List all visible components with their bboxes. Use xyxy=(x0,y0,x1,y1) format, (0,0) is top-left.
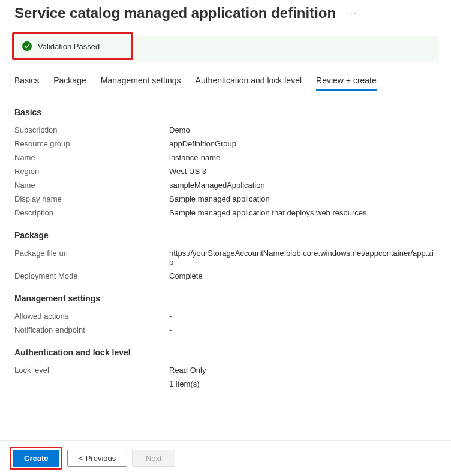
next-button: Next xyxy=(132,450,175,467)
field-label: Name xyxy=(14,153,169,162)
section-title-auth: Authentication and lock level xyxy=(14,348,437,357)
page-header: Service catalog managed application defi… xyxy=(0,0,451,22)
field-value: appDefinitionGroup xyxy=(169,139,236,148)
summary-row: Display nameSample managed application xyxy=(14,192,437,206)
page-title: Service catalog managed application defi… xyxy=(14,5,336,22)
summary-row: DescriptionSample managed application th… xyxy=(14,206,437,220)
field-value: Sample managed application xyxy=(169,194,270,203)
field-label: Region xyxy=(14,167,169,176)
field-label: Description xyxy=(14,208,169,217)
field-value: - xyxy=(169,312,172,321)
summary-row: Package file urihttps://yourStorageAccou… xyxy=(14,246,437,269)
more-actions-icon[interactable]: ··· xyxy=(347,8,357,18)
field-label: Package file uri xyxy=(14,249,169,267)
summary-row: Allowed actions- xyxy=(14,309,437,323)
tab-management-settings[interactable]: Management settings xyxy=(101,76,181,91)
tab-basics[interactable]: Basics xyxy=(14,76,39,91)
field-value: West US 3 xyxy=(169,167,206,176)
tab-review-create[interactable]: Review + create xyxy=(316,76,377,91)
field-label: Resource group xyxy=(14,139,169,148)
field-value: https://yourStorageAccountName.blob.core… xyxy=(169,249,437,267)
field-label: Name xyxy=(14,181,169,190)
summary-row: Deployment ModeComplete xyxy=(14,269,437,283)
section-title-package: Package xyxy=(14,230,437,240)
summary-row: Notification endpoint- xyxy=(14,323,437,337)
tab-authentication[interactable]: Authentication and lock level xyxy=(196,76,302,91)
field-value: - xyxy=(169,325,172,334)
summary-row: SubscriptionDemo xyxy=(14,123,437,137)
section-title-management: Management settings xyxy=(14,294,437,303)
summary-row: RegionWest US 3 xyxy=(14,164,437,178)
validation-text: Validation Passed xyxy=(38,42,100,51)
previous-button[interactable]: < Previous xyxy=(67,450,127,467)
summary-row: NamesampleManagedApplication xyxy=(14,178,437,192)
validation-banner: Validation Passed xyxy=(14,34,131,58)
field-label: Notification endpoint xyxy=(14,325,169,334)
field-value: Demo xyxy=(169,125,190,134)
create-button[interactable]: Create xyxy=(13,450,59,467)
svg-point-0 xyxy=(22,41,32,51)
validation-highlight: Validation Passed xyxy=(12,32,133,60)
field-value: sampleManagedApplication xyxy=(169,181,265,190)
field-value: instance-name xyxy=(169,153,220,162)
footer-actions: Create < Previous Next xyxy=(0,440,451,476)
field-label: Allowed actions xyxy=(14,312,169,321)
field-label: Lock level xyxy=(14,366,169,375)
field-value: 1 item(s) xyxy=(169,379,200,388)
field-label: Subscription xyxy=(14,125,169,134)
summary-row: 1 item(s) xyxy=(14,377,437,391)
field-value: Sample managed application that deploys … xyxy=(169,208,367,217)
field-label: Deployment Mode xyxy=(14,271,169,280)
summary-row: Lock levelRead Only xyxy=(14,363,437,377)
check-circle-icon xyxy=(22,41,32,51)
field-label: Display name xyxy=(14,194,169,203)
section-title-basics: Basics xyxy=(14,107,437,117)
summary-row: Resource groupappDefinitionGroup xyxy=(14,137,437,151)
summary-row: Nameinstance-name xyxy=(14,151,437,164)
field-value: Read Only xyxy=(169,366,206,375)
field-label xyxy=(14,379,169,388)
field-value: Complete xyxy=(169,271,203,280)
tab-package[interactable]: Package xyxy=(53,76,86,91)
tabs-nav: Basics Package Management settings Authe… xyxy=(0,60,451,91)
review-content: Basics SubscriptionDemo Resource groupap… xyxy=(0,91,451,439)
create-button-highlight: Create xyxy=(10,447,62,470)
